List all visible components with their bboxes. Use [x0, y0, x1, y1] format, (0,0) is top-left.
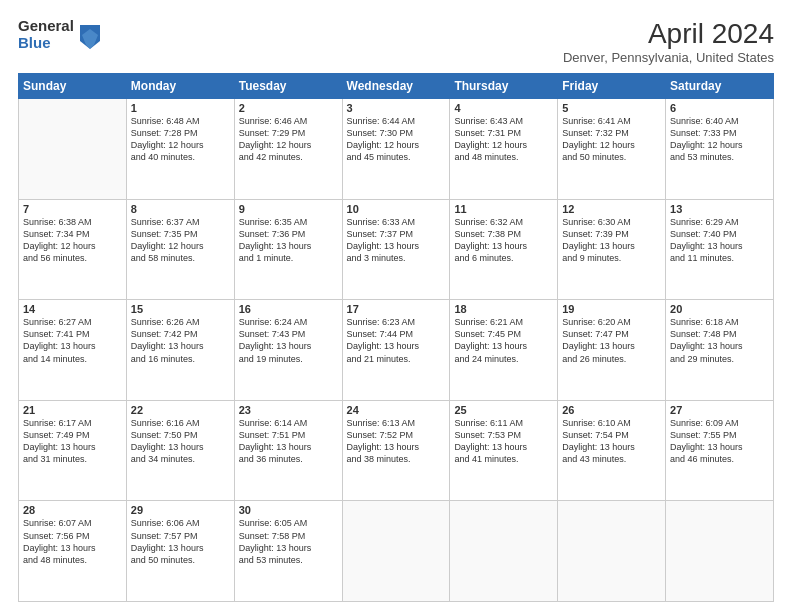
day-number: 26 — [562, 404, 661, 416]
day-info: Sunrise: 6:48 AM Sunset: 7:28 PM Dayligh… — [131, 115, 230, 164]
col-header-wednesday: Wednesday — [342, 74, 450, 99]
calendar-cell: 17Sunrise: 6:23 AM Sunset: 7:44 PM Dayli… — [342, 300, 450, 401]
calendar-cell — [666, 501, 774, 602]
day-info: Sunrise: 6:06 AM Sunset: 7:57 PM Dayligh… — [131, 517, 230, 566]
day-number: 20 — [670, 303, 769, 315]
calendar-cell: 3Sunrise: 6:44 AM Sunset: 7:30 PM Daylig… — [342, 99, 450, 200]
col-header-sunday: Sunday — [19, 74, 127, 99]
calendar-cell: 29Sunrise: 6:06 AM Sunset: 7:57 PM Dayli… — [126, 501, 234, 602]
col-header-thursday: Thursday — [450, 74, 558, 99]
calendar-cell: 26Sunrise: 6:10 AM Sunset: 7:54 PM Dayli… — [558, 400, 666, 501]
day-number: 27 — [670, 404, 769, 416]
day-info: Sunrise: 6:29 AM Sunset: 7:40 PM Dayligh… — [670, 216, 769, 265]
day-number: 22 — [131, 404, 230, 416]
day-info: Sunrise: 6:17 AM Sunset: 7:49 PM Dayligh… — [23, 417, 122, 466]
day-number: 7 — [23, 203, 122, 215]
calendar-week-2: 7Sunrise: 6:38 AM Sunset: 7:34 PM Daylig… — [19, 199, 774, 300]
day-info: Sunrise: 6:23 AM Sunset: 7:44 PM Dayligh… — [347, 316, 446, 365]
day-number: 16 — [239, 303, 338, 315]
day-info: Sunrise: 6:43 AM Sunset: 7:31 PM Dayligh… — [454, 115, 553, 164]
day-info: Sunrise: 6:13 AM Sunset: 7:52 PM Dayligh… — [347, 417, 446, 466]
calendar-cell: 20Sunrise: 6:18 AM Sunset: 7:48 PM Dayli… — [666, 300, 774, 401]
calendar-cell: 22Sunrise: 6:16 AM Sunset: 7:50 PM Dayli… — [126, 400, 234, 501]
day-info: Sunrise: 6:09 AM Sunset: 7:55 PM Dayligh… — [670, 417, 769, 466]
day-number: 5 — [562, 102, 661, 114]
logo-general: General — [18, 18, 74, 35]
day-info: Sunrise: 6:11 AM Sunset: 7:53 PM Dayligh… — [454, 417, 553, 466]
calendar-week-5: 28Sunrise: 6:07 AM Sunset: 7:56 PM Dayli… — [19, 501, 774, 602]
calendar-cell: 15Sunrise: 6:26 AM Sunset: 7:42 PM Dayli… — [126, 300, 234, 401]
calendar-cell: 19Sunrise: 6:20 AM Sunset: 7:47 PM Dayli… — [558, 300, 666, 401]
day-number: 9 — [239, 203, 338, 215]
day-info: Sunrise: 6:26 AM Sunset: 7:42 PM Dayligh… — [131, 316, 230, 365]
day-number: 12 — [562, 203, 661, 215]
day-info: Sunrise: 6:32 AM Sunset: 7:38 PM Dayligh… — [454, 216, 553, 265]
day-info: Sunrise: 6:35 AM Sunset: 7:36 PM Dayligh… — [239, 216, 338, 265]
day-info: Sunrise: 6:24 AM Sunset: 7:43 PM Dayligh… — [239, 316, 338, 365]
day-number: 24 — [347, 404, 446, 416]
day-info: Sunrise: 6:10 AM Sunset: 7:54 PM Dayligh… — [562, 417, 661, 466]
calendar-cell: 9Sunrise: 6:35 AM Sunset: 7:36 PM Daylig… — [234, 199, 342, 300]
day-number: 17 — [347, 303, 446, 315]
day-info: Sunrise: 6:05 AM Sunset: 7:58 PM Dayligh… — [239, 517, 338, 566]
calendar-cell: 28Sunrise: 6:07 AM Sunset: 7:56 PM Dayli… — [19, 501, 127, 602]
day-number: 25 — [454, 404, 553, 416]
day-number: 1 — [131, 102, 230, 114]
calendar-cell: 6Sunrise: 6:40 AM Sunset: 7:33 PM Daylig… — [666, 99, 774, 200]
day-number: 14 — [23, 303, 122, 315]
calendar-table: Sunday Monday Tuesday Wednesday Thursday… — [18, 73, 774, 602]
calendar-cell: 2Sunrise: 6:46 AM Sunset: 7:29 PM Daylig… — [234, 99, 342, 200]
calendar-cell: 24Sunrise: 6:13 AM Sunset: 7:52 PM Dayli… — [342, 400, 450, 501]
day-info: Sunrise: 6:41 AM Sunset: 7:32 PM Dayligh… — [562, 115, 661, 164]
day-number: 4 — [454, 102, 553, 114]
day-info: Sunrise: 6:33 AM Sunset: 7:37 PM Dayligh… — [347, 216, 446, 265]
col-header-friday: Friday — [558, 74, 666, 99]
calendar-cell — [450, 501, 558, 602]
calendar-cell: 27Sunrise: 6:09 AM Sunset: 7:55 PM Dayli… — [666, 400, 774, 501]
day-info: Sunrise: 6:07 AM Sunset: 7:56 PM Dayligh… — [23, 517, 122, 566]
day-info: Sunrise: 6:14 AM Sunset: 7:51 PM Dayligh… — [239, 417, 338, 466]
day-number: 2 — [239, 102, 338, 114]
day-number: 19 — [562, 303, 661, 315]
calendar-cell: 13Sunrise: 6:29 AM Sunset: 7:40 PM Dayli… — [666, 199, 774, 300]
calendar-week-1: 1Sunrise: 6:48 AM Sunset: 7:28 PM Daylig… — [19, 99, 774, 200]
calendar-cell: 14Sunrise: 6:27 AM Sunset: 7:41 PM Dayli… — [19, 300, 127, 401]
calendar-cell: 12Sunrise: 6:30 AM Sunset: 7:39 PM Dayli… — [558, 199, 666, 300]
day-number: 8 — [131, 203, 230, 215]
day-info: Sunrise: 6:44 AM Sunset: 7:30 PM Dayligh… — [347, 115, 446, 164]
calendar-cell: 21Sunrise: 6:17 AM Sunset: 7:49 PM Dayli… — [19, 400, 127, 501]
calendar-cell: 11Sunrise: 6:32 AM Sunset: 7:38 PM Dayli… — [450, 199, 558, 300]
col-header-monday: Monday — [126, 74, 234, 99]
day-number: 28 — [23, 504, 122, 516]
calendar-cell: 10Sunrise: 6:33 AM Sunset: 7:37 PM Dayli… — [342, 199, 450, 300]
header-row: Sunday Monday Tuesday Wednesday Thursday… — [19, 74, 774, 99]
title-area: April 2024 Denver, Pennsylvania, United … — [563, 18, 774, 65]
calendar-cell: 25Sunrise: 6:11 AM Sunset: 7:53 PM Dayli… — [450, 400, 558, 501]
header: General Blue April 2024 Denver, Pennsylv… — [18, 18, 774, 65]
main-title: April 2024 — [563, 18, 774, 50]
day-info: Sunrise: 6:30 AM Sunset: 7:39 PM Dayligh… — [562, 216, 661, 265]
col-header-saturday: Saturday — [666, 74, 774, 99]
day-number: 11 — [454, 203, 553, 215]
day-info: Sunrise: 6:16 AM Sunset: 7:50 PM Dayligh… — [131, 417, 230, 466]
calendar-cell: 18Sunrise: 6:21 AM Sunset: 7:45 PM Dayli… — [450, 300, 558, 401]
day-number: 29 — [131, 504, 230, 516]
calendar-cell: 8Sunrise: 6:37 AM Sunset: 7:35 PM Daylig… — [126, 199, 234, 300]
calendar-cell — [19, 99, 127, 200]
day-number: 30 — [239, 504, 338, 516]
day-number: 15 — [131, 303, 230, 315]
day-info: Sunrise: 6:46 AM Sunset: 7:29 PM Dayligh… — [239, 115, 338, 164]
day-number: 18 — [454, 303, 553, 315]
calendar-cell — [342, 501, 450, 602]
day-number: 10 — [347, 203, 446, 215]
calendar-cell: 1Sunrise: 6:48 AM Sunset: 7:28 PM Daylig… — [126, 99, 234, 200]
calendar-cell: 4Sunrise: 6:43 AM Sunset: 7:31 PM Daylig… — [450, 99, 558, 200]
day-info: Sunrise: 6:18 AM Sunset: 7:48 PM Dayligh… — [670, 316, 769, 365]
day-number: 23 — [239, 404, 338, 416]
day-number: 3 — [347, 102, 446, 114]
day-info: Sunrise: 6:21 AM Sunset: 7:45 PM Dayligh… — [454, 316, 553, 365]
calendar-cell: 7Sunrise: 6:38 AM Sunset: 7:34 PM Daylig… — [19, 199, 127, 300]
calendar-week-3: 14Sunrise: 6:27 AM Sunset: 7:41 PM Dayli… — [19, 300, 774, 401]
subtitle: Denver, Pennsylvania, United States — [563, 50, 774, 65]
day-info: Sunrise: 6:27 AM Sunset: 7:41 PM Dayligh… — [23, 316, 122, 365]
